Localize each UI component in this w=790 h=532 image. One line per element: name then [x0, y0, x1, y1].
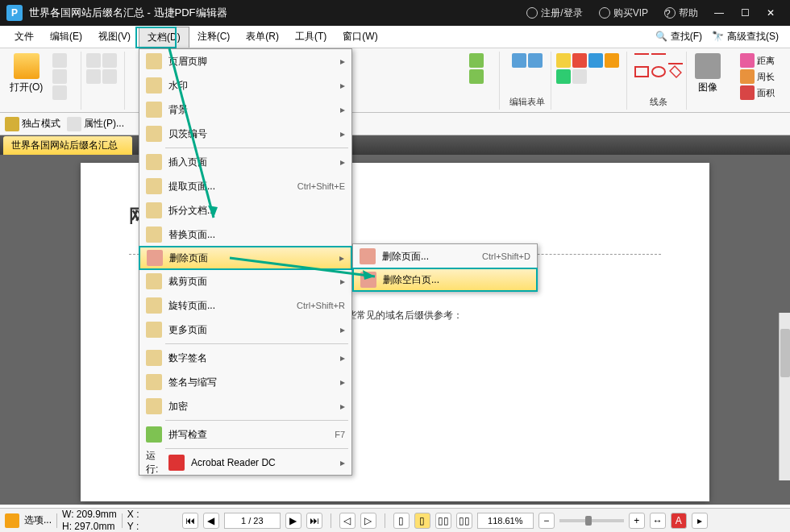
- close-button[interactable]: ✕: [758, 0, 784, 26]
- menu-header-footer[interactable]: 页眉页脚▸: [139, 49, 351, 73]
- page-input[interactable]: [224, 513, 281, 529]
- textbox-icon[interactable]: [556, 69, 571, 84]
- zoom-in-button[interactable]: +: [629, 513, 645, 529]
- arrow-shape[interactable]: [651, 53, 666, 64]
- menu-form[interactable]: 表单(R): [238, 27, 287, 47]
- fit-page-button[interactable]: A: [671, 513, 687, 529]
- text-edit-icon[interactable]: [512, 53, 526, 68]
- prev-page-button[interactable]: ◀: [203, 513, 219, 529]
- two-page-view[interactable]: ▯▯: [435, 513, 451, 529]
- menu-crop-page[interactable]: 裁剪页面▸: [139, 269, 351, 293]
- help-button[interactable]: ?帮助: [656, 0, 706, 26]
- image-button[interactable]: 图像: [690, 52, 726, 96]
- undo-icon[interactable]: [86, 53, 101, 68]
- menu-insert-page[interactable]: 插入页面▸: [139, 150, 351, 174]
- underline-icon[interactable]: [588, 53, 603, 68]
- exclusive-mode-button[interactable]: 独占模式: [5, 117, 60, 131]
- continuous-view[interactable]: ▯: [414, 513, 430, 529]
- document-tab[interactable]: 世界各国网站后缀名汇总: [3, 136, 132, 155]
- rect-shape[interactable]: [634, 66, 649, 77]
- user-icon: [526, 7, 538, 19]
- distance-icon[interactable]: [740, 53, 755, 68]
- perimeter-icon[interactable]: [740, 69, 755, 84]
- fit-width-button[interactable]: ↔: [650, 513, 666, 529]
- area-icon[interactable]: [740, 85, 755, 100]
- menu-watermark[interactable]: 水印▸: [139, 73, 351, 98]
- next-page-button[interactable]: ▶: [285, 513, 301, 529]
- vertical-scrollbar[interactable]: [779, 313, 790, 480]
- menu-edit[interactable]: 编辑(E): [42, 27, 90, 47]
- highlight-icon[interactable]: [556, 53, 571, 68]
- properties-button[interactable]: 属性(P)...: [67, 117, 124, 131]
- circle-shape[interactable]: [651, 66, 666, 77]
- binoculars-icon: 🔭: [712, 31, 725, 44]
- register-login-button[interactable]: 注册/登录: [518, 0, 590, 26]
- submenu-delete-page[interactable]: 删除页面...Ctrl+Shift+D: [353, 244, 537, 268]
- polyline-shape[interactable]: [668, 53, 683, 64]
- strikeout-icon[interactable]: [572, 53, 587, 68]
- menu-encrypt[interactable]: 加密▸: [139, 394, 351, 418]
- menu-digital-signature[interactable]: 数字签名▸: [139, 346, 351, 370]
- nav-back-button[interactable]: ◁: [339, 513, 356, 529]
- callout-icon[interactable]: [572, 69, 587, 84]
- menu-window[interactable]: 窗口(W): [335, 27, 385, 47]
- line-shape[interactable]: [634, 53, 649, 64]
- submenu-delete-blank[interactable]: 删除空白页...: [352, 268, 538, 292]
- extract-page-icon: [146, 178, 162, 194]
- nav-forward-button[interactable]: ▷: [360, 513, 376, 529]
- menu-extract-page[interactable]: 提取页面...Ctrl+Shift+E: [139, 174, 351, 198]
- email-icon[interactable]: [52, 85, 67, 100]
- note-icon[interactable]: [605, 53, 619, 68]
- zoom-out-button[interactable]: −: [538, 513, 555, 529]
- options-icon[interactable]: [5, 513, 19, 528]
- zoom-out-icon[interactable]: [469, 69, 484, 84]
- scrollbar-thumb[interactable]: [780, 329, 790, 377]
- menu-separator: [165, 148, 348, 148]
- zoom-slider[interactable]: [559, 519, 624, 522]
- print-icon[interactable]: [52, 69, 67, 84]
- crop-icon: [146, 273, 162, 289]
- cart-icon: [599, 7, 610, 19]
- single-page-view[interactable]: ▯: [393, 513, 410, 529]
- redo-icon[interactable]: [102, 53, 117, 68]
- last-page-button[interactable]: ⏭: [306, 513, 322, 529]
- split-icon: [146, 202, 162, 218]
- menu-file[interactable]: 文件: [6, 27, 42, 47]
- copy-icon[interactable]: [102, 69, 117, 84]
- first-page-button[interactable]: ⏮: [182, 513, 198, 529]
- menu-comment[interactable]: 注释(C): [189, 27, 239, 47]
- menu-rotate-page[interactable]: 旋转页面...Ctrl+Shift+R: [139, 293, 351, 318]
- menu-tool[interactable]: 工具(T): [287, 27, 335, 47]
- cut-icon[interactable]: [86, 69, 101, 84]
- menu-sign-abbrev[interactable]: 签名与缩写▸: [139, 370, 351, 394]
- menu-background[interactable]: 背景▸: [139, 98, 351, 122]
- menu-run-acrobat[interactable]: 运行:Acrobat Reader DC▸: [139, 451, 351, 475]
- open-button[interactable]: 打开(O): [5, 52, 48, 96]
- person-icon: [695, 53, 721, 79]
- image-edit-icon[interactable]: [528, 53, 543, 68]
- menu-delete-page[interactable]: 删除页面▸: [139, 246, 352, 270]
- toolbar: 打开(O) 编辑表单 线条 图像 距离: [0, 48, 790, 113]
- zoom-input[interactable]: [477, 513, 534, 529]
- menu-split-document[interactable]: 拆分文档...: [139, 198, 351, 222]
- maximize-button[interactable]: ☐: [732, 0, 758, 26]
- find-button[interactable]: 🔍查找(F): [651, 28, 707, 45]
- zoom-in-icon[interactable]: [469, 53, 484, 68]
- toggle-button[interactable]: ▸: [692, 513, 708, 529]
- advanced-find-button[interactable]: 🔭高级查找(S): [707, 28, 784, 45]
- buy-vip-button[interactable]: 购买VIP: [591, 0, 656, 26]
- minimize-button[interactable]: —: [706, 0, 732, 26]
- page-height: H: 297.0mm: [62, 521, 117, 532]
- replace-page-icon: [146, 227, 162, 243]
- save-icon[interactable]: [52, 53, 67, 68]
- polygon-shape[interactable]: [669, 65, 682, 78]
- menu-replace-page[interactable]: 替换页面...: [139, 222, 351, 247]
- delete-page-icon: [360, 248, 376, 264]
- options-button[interactable]: 选项...: [24, 513, 52, 527]
- menu-view[interactable]: 视图(V): [90, 27, 139, 47]
- window-title: 世界各国网站后缀名汇总 - 迅捷PDF编辑器: [29, 6, 518, 20]
- menu-spellcheck[interactable]: 拼写检查F7: [139, 422, 351, 447]
- menu-more-pages[interactable]: 更多页面▸: [139, 318, 351, 342]
- menu-bates[interactable]: 贝茨编号▸: [139, 122, 351, 146]
- two-continuous-view[interactable]: ▯▯: [456, 513, 472, 529]
